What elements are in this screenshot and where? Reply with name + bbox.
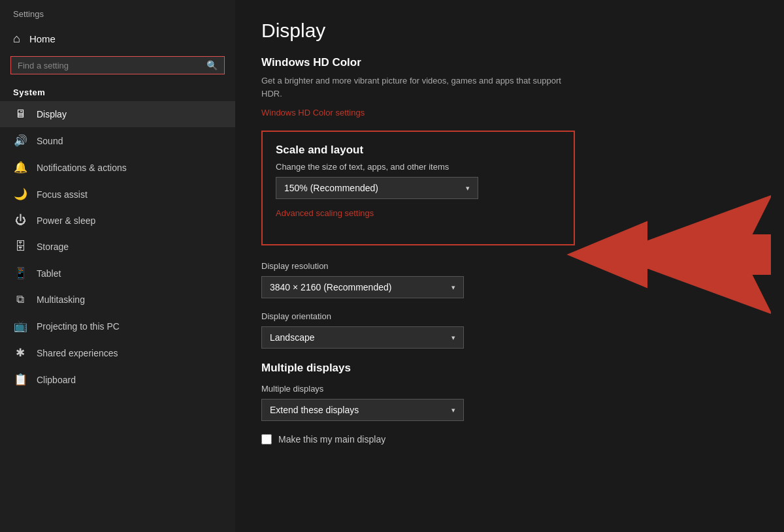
scale-chevron-icon: ▾	[466, 184, 470, 193]
scale-value: 150% (Recommended)	[284, 183, 378, 193]
main-display-row: Make this my main display	[261, 434, 751, 445]
multiple-displays-label: Multiple displays	[261, 384, 751, 394]
sidebar-item-storage-label: Storage	[37, 242, 69, 252]
scale-layout-section: Scale and layout Change the size of text…	[261, 131, 575, 245]
power-icon: ⏻	[13, 214, 27, 227]
home-label: Home	[29, 33, 56, 44]
main-content: Display Windows HD Color Get a brighter …	[235, 0, 784, 532]
scale-layout-title: Scale and layout	[276, 144, 561, 157]
sidebar-item-sound-label: Sound	[37, 136, 63, 146]
notifications-icon: 🔔	[13, 161, 27, 174]
scale-dropdown[interactable]: 150% (Recommended) ▾	[276, 177, 478, 199]
change-size-label: Change the size of text, apps, and other…	[276, 162, 561, 172]
home-icon: ⌂	[13, 32, 20, 46]
sidebar-item-display[interactable]: 🖥 Display	[0, 101, 235, 127]
system-label: System	[0, 81, 235, 101]
app-title: Settings	[0, 0, 235, 25]
sidebar: Settings ⌂ Home 🔍 System 🖥 Display 🔊 Sou…	[0, 0, 235, 532]
sidebar-item-notifications-label: Notifications & actions	[37, 163, 127, 173]
page-title: Display	[261, 20, 751, 42]
multiple-displays-title: Multiple displays	[261, 362, 751, 375]
orientation-label: Display orientation	[261, 311, 751, 321]
advanced-scaling-link[interactable]: Advanced scaling settings	[276, 208, 374, 218]
sidebar-item-display-label: Display	[37, 109, 67, 119]
hd-color-link[interactable]: Windows HD Color settings	[261, 108, 365, 117]
sidebar-item-sound[interactable]: 🔊 Sound	[0, 127, 235, 154]
clipboard-icon: 📋	[13, 373, 27, 386]
projecting-icon: 📺	[13, 319, 27, 333]
tablet-icon: 📱	[13, 266, 27, 280]
sidebar-item-multitasking-label: Multitasking	[37, 294, 85, 305]
multitasking-icon: ⧉	[13, 293, 27, 306]
sidebar-item-projecting-label: Projecting to this PC	[37, 321, 120, 332]
multiple-displays-dropdown[interactable]: Extend these displays ▾	[261, 399, 464, 421]
main-display-label: Make this my main display	[278, 434, 385, 445]
sidebar-item-clipboard[interactable]: 📋 Clipboard	[0, 366, 235, 393]
hd-color-title: Windows HD Color	[261, 56, 751, 69]
shared-icon: ✱	[13, 346, 27, 360]
display-icon: 🖥	[13, 108, 27, 121]
sidebar-item-shared[interactable]: ✱ Shared experiences	[0, 339, 235, 366]
main-display-checkbox[interactable]	[261, 434, 272, 445]
search-icon: 🔍	[206, 60, 218, 70]
search-box: 🔍	[10, 56, 225, 74]
resolution-label: Display resolution	[261, 261, 751, 271]
resolution-group: Display resolution 3840 × 2160 (Recommen…	[261, 261, 751, 298]
sidebar-item-notifications[interactable]: 🔔 Notifications & actions	[0, 154, 235, 181]
orientation-group: Display orientation Landscape ▾	[261, 311, 751, 349]
search-input[interactable]	[18, 61, 206, 70]
resolution-dropdown[interactable]: 3840 × 2160 (Recommended) ▾	[261, 276, 464, 298]
sidebar-item-projecting[interactable]: 📺 Projecting to this PC	[0, 313, 235, 339]
sidebar-item-power-label: Power & sleep	[37, 215, 95, 226]
multiple-displays-chevron-icon: ▾	[451, 406, 455, 415]
focus-icon: 🌙	[13, 187, 27, 201]
home-nav-item[interactable]: ⌂ Home	[0, 25, 235, 52]
red-arrow-svg	[562, 183, 771, 326]
multiple-displays-group: Multiple displays Extend these displays …	[261, 384, 751, 421]
orientation-value: Landscape	[270, 332, 315, 343]
sidebar-item-storage[interactable]: 🗄 Storage	[0, 234, 235, 260]
orientation-chevron-icon: ▾	[451, 334, 455, 342]
sidebar-item-tablet[interactable]: 📱 Tablet	[0, 260, 235, 287]
sidebar-item-focus[interactable]: 🌙 Focus assist	[0, 181, 235, 208]
sidebar-item-power[interactable]: ⏻ Power & sleep	[0, 208, 235, 234]
resolution-value: 3840 × 2160 (Recommended)	[270, 282, 391, 292]
hd-color-description: Get a brighter and more vibrant picture …	[261, 74, 575, 100]
sound-icon: 🔊	[13, 134, 27, 148]
arrow-annotation	[562, 183, 771, 326]
sidebar-item-clipboard-label: Clipboard	[37, 375, 76, 385]
sidebar-item-tablet-label: Tablet	[37, 268, 61, 279]
orientation-dropdown[interactable]: Landscape ▾	[261, 326, 464, 349]
sidebar-item-focus-label: Focus assist	[37, 189, 88, 200]
multiple-displays-value: Extend these displays	[270, 405, 359, 415]
sidebar-item-multitasking[interactable]: ⧉ Multitasking	[0, 287, 235, 313]
sidebar-item-shared-label: Shared experiences	[37, 348, 118, 358]
storage-icon: 🗄	[13, 240, 27, 253]
resolution-chevron-icon: ▾	[451, 283, 455, 292]
